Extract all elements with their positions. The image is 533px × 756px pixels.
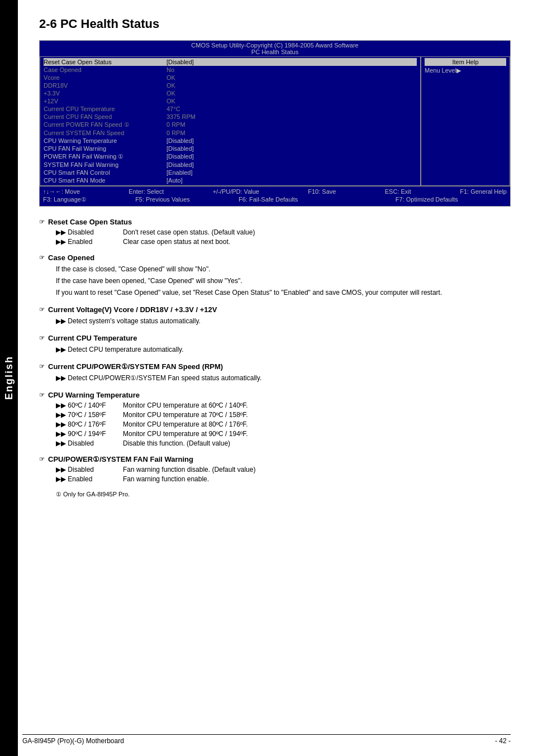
footer-esc: F7: Optimized Defaults (396, 196, 458, 203)
section-current-voltage: ☞ Current Voltage(V) Vcore / DDR18V / +3… (39, 305, 511, 326)
cmos-row-value: [Disabled] (166, 137, 417, 144)
list-item-bullet: ▶▶ 60ºC / 140ºF (56, 401, 123, 409)
section-current-fan-speed: ☞ Current CPU/POWER①/SYSTEM FAN Speed (R… (39, 362, 511, 383)
section-heading: CPU/POWER①/SYSTEM FAN Fail Warning (48, 455, 193, 463)
cmos-row: CPU Smart FAN Control[Enabled] (44, 169, 417, 176)
cmos-row: Current SYSTEM FAN Speed0 RPM (44, 129, 417, 137)
cmos-row-value: 3375 RPM (166, 113, 417, 120)
list-item-bullet: ▶▶ 70ºC / 158ºF (56, 411, 123, 419)
cmos-header-line2: PC Health Status (40, 49, 510, 55)
cmos-box: CMOS Setup Utility-Copyright (C) 1984-20… (39, 40, 511, 207)
cmos-row-label: +12V (44, 98, 166, 104)
footer-select: Enter: Select (129, 188, 164, 195)
section-cpu-warning-temp: ☞ CPU Warning Temperature ▶▶ 60ºC / 140º… (39, 391, 511, 447)
list-item-desc: Fan warning function enable. (123, 475, 209, 483)
cmos-row-label: Case Opened (44, 66, 166, 73)
side-tab-label: English (3, 356, 15, 400)
section-title: ☞ CPU/POWER①/SYSTEM FAN Fail Warning (39, 455, 511, 463)
section-title: ☞ Current CPU Temperature (39, 334, 511, 342)
list-item-desc: Disable this function. (Default value) (123, 439, 230, 447)
cmos-row[interactable]: Reset Case Open Status[Disabled] (44, 58, 417, 66)
cmos-row-label: DDR18V (44, 82, 166, 89)
cmos-header: CMOS Setup Utility-Copyright (C) 1984-20… (40, 41, 510, 56)
footer-save: F10: Save (308, 188, 336, 195)
list-item: ▶▶ 90ºC / 194ºF Monitor CPU temperature … (39, 430, 511, 438)
footer-move: ↑↓→←: Move (43, 188, 80, 195)
page-footer: GA-8I945P (Pro)(-G) Motherboard - 42 - (22, 734, 511, 745)
cmos-row-value: No (166, 66, 417, 73)
section-arrow-icon: ☞ (39, 254, 45, 261)
section-arrow-icon: ☞ (39, 218, 45, 226)
cmos-row-label: CPU FAN Fail Warning (44, 145, 166, 152)
cmos-row-value: [Auto] (166, 177, 417, 184)
cmos-row-value: [Disabled] (166, 145, 417, 152)
section-arrow-icon: ☞ (39, 456, 45, 463)
section-arrow-icon: ☞ (39, 306, 45, 313)
list-item-desc: Monitor CPU temperature at 60ºC / 140ºF. (123, 401, 248, 409)
cmos-row-value: [Disabled] (166, 153, 417, 160)
list-item-desc: Don't reset case open status. (Default v… (123, 228, 255, 236)
section-heading: Current CPU/POWER①/SYSTEM FAN Speed (RPM… (48, 362, 223, 371)
cmos-row: SYSTEM FAN Fail Warning[Disabled] (44, 161, 417, 169)
section-arrow-icon: ☞ (39, 391, 45, 399)
cmos-left-panel: Reset Case Open Status[Disabled]Case Ope… (40, 56, 421, 186)
footer-help: F1: General Help (460, 188, 507, 195)
list-item-bullet: ▶▶ Disabled (56, 228, 123, 236)
section-current-cpu-temp: ☞ Current CPU Temperature ▶▶ Detect CPU … (39, 334, 511, 355)
section-heading: CPU Warning Temperature (48, 391, 140, 399)
cmos-row-label: CPU Warning Temperature (44, 137, 166, 144)
cmos-row: +3.3VOK (44, 89, 417, 97)
cmos-header-line1: CMOS Setup Utility-Copyright (C) 1984-20… (40, 42, 510, 49)
footnote: ① Only for GA-8I945P Pro. (39, 491, 511, 498)
list-item-bullet: ▶▶ Enabled (56, 238, 123, 246)
cmos-right-panel: Item Help Menu Level▶ (421, 56, 510, 186)
list-item: ▶▶ 70ºC / 158ºF Monitor CPU temperature … (39, 411, 511, 419)
section-heading: Current Voltage(V) Vcore / DDR18V / +3.3… (48, 305, 217, 314)
section-title: ☞ Current Voltage(V) Vcore / DDR18V / +3… (39, 305, 511, 314)
list-item: ▶▶ Disabled Fan warning function disable… (39, 466, 511, 473)
cmos-row-value: [Disabled] (166, 59, 417, 65)
cmos-footer-row: ↑↓→←: Move Enter: Select +/-/PU/PD: Valu… (43, 188, 507, 195)
cmos-row: Current CPU Temperature47°C (44, 105, 417, 113)
section-fan-fail-warning: ☞ CPU/POWER①/SYSTEM FAN Fail Warning ▶▶ … (39, 455, 511, 483)
cmos-row-label: CPU Smart FAN Mode (44, 177, 166, 184)
footer-move: F3: Language① (43, 196, 87, 203)
list-item-bullet: ▶▶ Disabled (56, 439, 123, 447)
cmos-row-value: OK (166, 74, 417, 81)
footer-right: - 42 - (495, 737, 511, 745)
footer-value: +/-/PU/PD: Value (213, 188, 259, 195)
section-reset-case: ☞ Reset Case Open Status ▶▶ Disabled Don… (39, 218, 511, 246)
section-title: ☞ Reset Case Open Status (39, 218, 511, 226)
cmos-row: CPU Warning Temperature[Disabled] (44, 137, 417, 145)
cmos-row-label: Reset Case Open Status (44, 59, 166, 65)
section-para: If the case have been opened, "Case Open… (39, 276, 511, 286)
list-item: ▶▶ Enabled Clear case open status at nex… (39, 238, 511, 246)
list-item-desc: Monitor CPU temperature at 70ºC / 158ºF. (123, 411, 248, 419)
cmos-row: POWER FAN Fail Warning ①[Disabled] (44, 152, 417, 161)
list-item: ▶▶ Disabled Don't reset case open status… (39, 228, 511, 236)
footer-left: GA-8I945P (Pro)(-G) Motherboard (22, 737, 124, 745)
section-arrow-icon: ☞ (39, 334, 45, 342)
list-item-single: ▶▶ Detect CPU temperature automatically. (39, 344, 511, 355)
list-item-bullet: ▶▶ Disabled (56, 466, 123, 473)
cmos-row: CPU FAN Fail Warning[Disabled] (44, 145, 417, 152)
section-para: If the case is closed, "Case Opened" wil… (39, 264, 511, 274)
list-item: ▶▶ Enabled Fan warning function enable. (39, 475, 511, 483)
section-arrow-icon: ☞ (39, 363, 45, 370)
cmos-footer-row: F3: Language① F5: Previous Values F6: Fa… (43, 196, 507, 203)
section-title: ☞ Case Opened (39, 253, 511, 262)
item-help-text: Menu Level▶ (425, 67, 506, 74)
footer-esc: ESC: Exit (385, 188, 411, 195)
cmos-row: Current CPU FAN Speed3375 RPM (44, 113, 417, 121)
section-title: ☞ CPU Warning Temperature (39, 391, 511, 399)
side-tab: English (0, 0, 18, 756)
footer-value: F6: Fail-Safe Defaults (239, 196, 298, 203)
list-item-bullet: ▶▶ 90ºC / 194ºF (56, 430, 123, 438)
cmos-row-label: Current CPU Temperature (44, 106, 166, 112)
footer-select: F5: Previous Values (135, 196, 190, 203)
cmos-row-value: [Enabled] (166, 169, 417, 176)
section-heading: Current CPU Temperature (48, 334, 137, 342)
cmos-row-label: SYSTEM FAN Fail Warning (44, 161, 166, 168)
section-heading: Case Opened (48, 253, 94, 262)
cmos-row-label: CPU Smart FAN Control (44, 169, 166, 176)
